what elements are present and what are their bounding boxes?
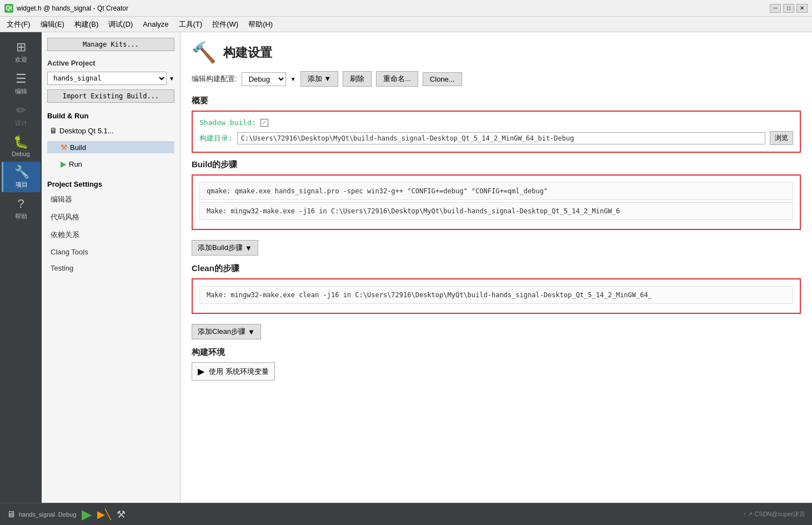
maximize-button[interactable]: □ [783,4,794,13]
bug-icon: 🐛 [13,135,28,149]
import-existing-build-button[interactable]: Import Existing Build... [47,89,174,103]
active-project-label: Active Project [47,59,174,67]
design-icon: ✏ [16,103,26,118]
sidebar-item-debug[interactable]: 🐛 Debug [2,132,41,161]
bottom-project: 🖥 hands_signal Debug [7,509,76,519]
overview-box: Shadow build: ✓ 构建目录: 浏览 [192,111,801,153]
sidebar-item-help[interactable]: ? 帮助 [2,193,41,224]
config-label: 编辑构建配置: [192,74,237,84]
rename-config-button[interactable]: 重命名... [376,71,418,87]
add-clean-step-button[interactable]: 添加Clean步骤 ▼ [192,324,261,339]
menu-build[interactable]: 构建(B) [70,18,103,31]
delete-config-button[interactable]: 刷除 [343,71,372,87]
content-area: 🔨 构建设置 编辑构建配置: Debug ▼ 添加 ▼ 刷除 重命名... Cl… [181,32,812,503]
bottom-monitor-icon: 🖥 [7,509,16,519]
settings-item-clang-tools[interactable]: Clang Tools [47,246,174,258]
settings-item-dependencies[interactable]: 依赖关系 [47,228,174,242]
manage-kits-button[interactable]: Manage Kits... [47,38,174,51]
debug-run-button[interactable]: ▶╲ [97,508,111,521]
monitor-icon: 🖥 [49,126,57,135]
build-env-title: 构建环境 [192,347,801,358]
bottom-right: ↑ ↗ CSDN@super沐言 [743,510,805,518]
minimize-button[interactable]: ─ [770,4,781,13]
menu-help[interactable]: 帮助(H) [244,18,277,31]
build-run-label: Build & Run [47,112,174,120]
menu-analyze[interactable]: Analyze [138,18,173,30]
shadow-build-label: Shadow build: [199,118,256,127]
menu-controls[interactable]: 控件(W) [208,18,243,31]
main-layout: ⊞ 欢迎 ☰ 编辑 ✏ 设计 🐛 Debug 🔧 项目 ? 帮助 Manage … [0,32,812,503]
clean-step-1: Make: mingw32-make.exe clean -j16 in C:\… [199,286,793,304]
menu-bar: 文件(F) 编辑(E) 构建(B) 调试(D) Analyze 工具(T) 控件… [0,17,812,32]
sidebar-item-project[interactable]: 🔧 项目 [2,162,41,192]
page-title: 构建设置 [223,44,272,61]
expand-icon: ▶ [198,366,204,377]
bottom-left: 🖥 hands_signal Debug ▶ ▶╲ ⚒ [7,507,126,522]
build-dir-input[interactable] [237,132,765,144]
build-step-1: qmake: qmake.exe hands_signal.pro -spec … [199,182,793,200]
menu-edit[interactable]: 编辑(E) [36,18,69,31]
overview-section-title: 概要 [192,96,801,106]
project-panel: Manage Kits... Active Project hands_sign… [42,32,181,503]
project-select[interactable]: hands_signal [47,72,167,85]
help-icon: ? [17,197,24,211]
add-build-step-button[interactable]: 添加Build步骤 ▼ [192,240,258,256]
settings-item-editor[interactable]: 编辑器 [47,193,174,206]
close-button[interactable]: ✕ [796,4,808,13]
title-bar-left: Qt widget.h @ hands_signal - Qt Creator [4,4,128,13]
config-row: 编辑构建配置: Debug ▼ 添加 ▼ 刷除 重命名... Clone... [192,71,801,87]
bottom-bar: 🖥 hands_signal Debug ▶ ▶╲ ⚒ ↑ ↗ CSDN@sup… [0,503,812,525]
settings-item-code-style[interactable]: 代码风格 [47,211,174,224]
add-config-button[interactable]: 添加 ▼ [300,71,338,87]
sidebar-item-edit[interactable]: ☰ 编辑 [2,68,41,99]
menu-file[interactable]: 文件(F) [2,18,35,31]
tree-item-build[interactable]: ⚒ Build [47,141,174,153]
hammer-icon: 🔨 [192,41,217,64]
clone-config-button[interactable]: Clone... [423,72,462,86]
tree-item-desktop[interactable]: 🖥 Desktop Qt 5.1... [47,124,174,137]
env-section: ▶ 使用 系统环境变量 [192,362,801,381]
build-steps-box: qmake: qmake.exe hands_signal.pro -spec … [192,174,801,230]
browse-button[interactable]: 浏览 [770,131,793,145]
page-header: 🔨 构建设置 [192,41,801,64]
title-bar: Qt widget.h @ hands_signal - Qt Creator … [0,0,812,17]
icon-sidebar: ⊞ 欢迎 ☰ 编辑 ✏ 设计 🐛 Debug 🔧 项目 ? 帮助 [0,32,42,503]
clean-steps-box: Make: mingw32-make.exe clean -j16 in C:\… [192,278,801,314]
build-step-2: Make: mingw32-make.exe -j16 in C:\Users\… [199,202,793,220]
env-button[interactable]: ▶ 使用 系统环境变量 [192,362,275,381]
build-icon: ⚒ [61,143,68,152]
run-button[interactable]: ▶ [82,507,92,522]
config-dropdown-icon: ▼ [290,76,296,82]
config-select[interactable]: Debug [242,72,286,86]
grid-icon: ⊞ [16,40,26,54]
bottom-kit-name: Debug [58,511,76,518]
dropdown-icon: ▼ [248,328,255,336]
menu-debug[interactable]: 调试(D) [104,18,137,31]
dropdown-arrow-icon: ▼ [169,76,174,82]
edit-icon: ☰ [16,72,27,86]
project-select-row: hands_signal ▼ [47,72,174,85]
sidebar-item-welcome[interactable]: ⊞ 欢迎 [2,37,41,67]
shadow-build-checkbox[interactable]: ✓ [260,119,268,127]
title-controls[interactable]: ─ □ ✕ [770,4,808,13]
build-dir-label: 构建目录: [199,133,233,143]
clean-steps-title: Clean的步骤 [192,263,801,274]
project-settings-label: Project Settings [47,180,174,188]
window-title: widget.h @ hands_signal - Qt Creator [17,4,128,12]
sidebar-item-design[interactable]: ✏ 设计 [2,100,41,131]
settings-item-testing[interactable]: Testing [47,262,174,274]
tree-item-run[interactable]: ▶ Run [47,158,174,170]
dropdown-arrow-icon: ▼ [245,244,252,252]
shadow-build-row: Shadow build: ✓ [199,118,793,127]
qt-icon: Qt [4,4,13,13]
bottom-project-name: hands_signal [19,511,55,518]
wrench-icon: 🔧 [14,165,29,179]
build-steps-title: Build的步骤 [192,159,801,170]
run-icon: ▶ [61,159,67,168]
menu-tools[interactable]: 工具(T) [174,18,207,31]
build-dir-row: 构建目录: 浏览 [199,131,793,145]
build-button[interactable]: ⚒ [117,508,126,521]
